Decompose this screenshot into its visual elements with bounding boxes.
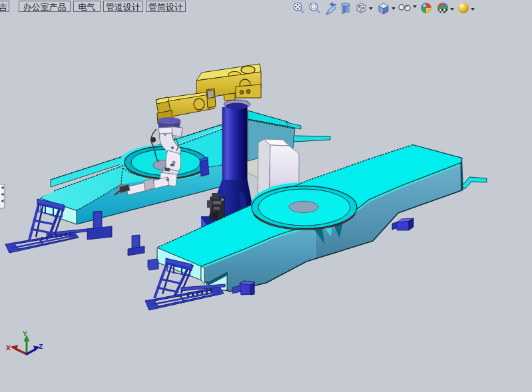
svg-text:Y: Y: [23, 329, 27, 338]
svg-text:Z: Z: [39, 342, 43, 351]
svg-text:X: X: [6, 343, 11, 352]
